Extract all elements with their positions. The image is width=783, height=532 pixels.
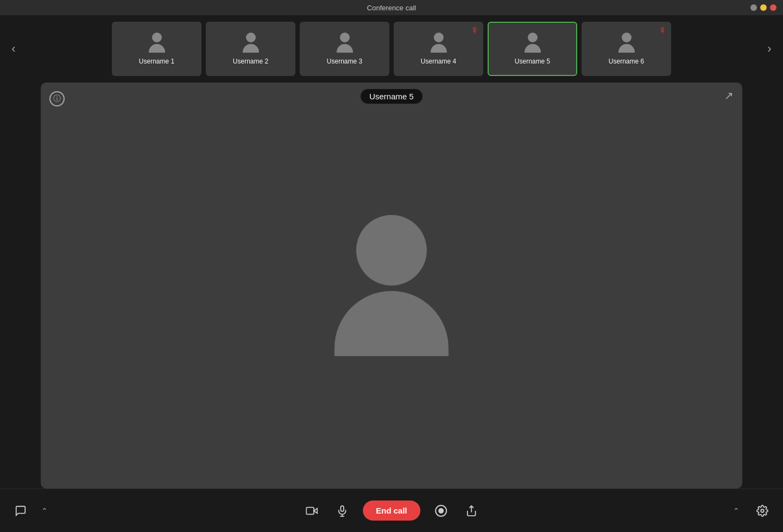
chat-button[interactable] — [11, 501, 30, 521]
avatar-small-5 — [522, 33, 544, 54]
expand-button[interactable]: ↗ — [724, 89, 734, 102]
record-icon — [435, 505, 447, 517]
participant-name-6: Username 6 — [609, 58, 644, 65]
toolbar-right: ⌃ — [727, 501, 772, 521]
participants-list: Username 1Username 2Username 3Username 4… — [27, 22, 756, 76]
tl-maximize[interactable] — [760, 4, 767, 11]
traffic-lights — [750, 4, 776, 11]
strip-next-button[interactable]: › — [756, 42, 783, 56]
avatar-head-4 — [434, 33, 444, 42]
avatar-body-4 — [431, 44, 447, 53]
avatar-head-1 — [152, 33, 162, 42]
share-icon — [465, 505, 477, 517]
mic-icon — [336, 505, 348, 517]
gear-icon — [756, 505, 768, 517]
svg-rect-2 — [340, 505, 344, 511]
chat-chevron-button[interactable]: ⌃ — [35, 501, 54, 521]
record-button[interactable] — [431, 501, 451, 521]
settings-button[interactable] — [753, 501, 772, 521]
main-content: ‹ Username 1Username 2Username 3Username… — [0, 15, 783, 532]
tl-minimize[interactable] — [750, 4, 757, 11]
avatar-small-6 — [616, 33, 637, 54]
camera-icon — [306, 505, 318, 517]
avatar-body-6 — [618, 44, 635, 53]
avatar-body-3 — [337, 44, 353, 53]
avatar-small-2 — [240, 33, 262, 54]
avatar-body-1 — [149, 44, 165, 53]
tl-close[interactable] — [770, 4, 776, 11]
avatar-body-5 — [525, 44, 541, 53]
share-button[interactable] — [462, 501, 481, 521]
main-avatar — [334, 215, 449, 356]
avatar-small-3 — [334, 33, 356, 54]
main-video-username: Username 5 — [361, 89, 422, 104]
end-call-button[interactable]: End call — [363, 501, 420, 521]
participant-thumb-5[interactable]: Username 5 — [488, 22, 577, 76]
camera-button[interactable] — [302, 501, 321, 521]
record-dot-inner — [438, 508, 444, 514]
participant-thumb-6[interactable]: Username 6🎙 — [582, 22, 671, 76]
toolbar-center: End call — [302, 501, 481, 521]
chat-icon — [15, 505, 27, 517]
participant-thumb-3[interactable]: Username 3 — [300, 22, 389, 76]
svg-point-6 — [761, 509, 764, 512]
participant-name-2: Username 2 — [233, 58, 268, 65]
avatar-head-2 — [246, 33, 256, 42]
avatar-body — [334, 291, 449, 356]
participant-name-5: Username 5 — [515, 58, 550, 65]
main-video-area: ⓘ Username 5 ↗ — [41, 83, 742, 489]
toolbar-left: ⌃ — [11, 501, 54, 521]
participant-thumb-1[interactable]: Username 1 — [112, 22, 201, 76]
avatar-small-4 — [428, 33, 450, 54]
avatar-head-5 — [528, 33, 538, 42]
participant-thumb-2[interactable]: Username 2 — [206, 22, 295, 76]
participants-strip: ‹ Username 1Username 2Username 3Username… — [0, 15, 783, 83]
window-title: Conference call — [367, 4, 416, 12]
bottom-toolbar: ⌃ End call — [0, 489, 783, 532]
avatar-head — [356, 215, 427, 286]
participant-thumb-4[interactable]: Username 4🎙 — [394, 22, 483, 76]
participant-name-3: Username 3 — [327, 58, 362, 65]
avatar-body-2 — [243, 44, 259, 53]
settings-chevron-button[interactable]: ⌃ — [727, 501, 746, 521]
info-button[interactable]: ⓘ — [49, 91, 65, 106]
mute-badge-6: 🎙 — [659, 26, 667, 35]
mic-button[interactable] — [332, 501, 352, 521]
avatar-head-6 — [622, 33, 632, 42]
avatar-small-1 — [146, 33, 168, 54]
title-bar: Conference call — [0, 0, 783, 15]
participant-name-4: Username 4 — [421, 58, 456, 65]
participant-name-1: Username 1 — [139, 58, 174, 65]
mute-badge-4: 🎙 — [471, 26, 479, 35]
strip-prev-button[interactable]: ‹ — [0, 42, 27, 56]
svg-rect-1 — [306, 507, 314, 514]
avatar-head-3 — [340, 33, 350, 42]
svg-marker-0 — [314, 508, 317, 513]
